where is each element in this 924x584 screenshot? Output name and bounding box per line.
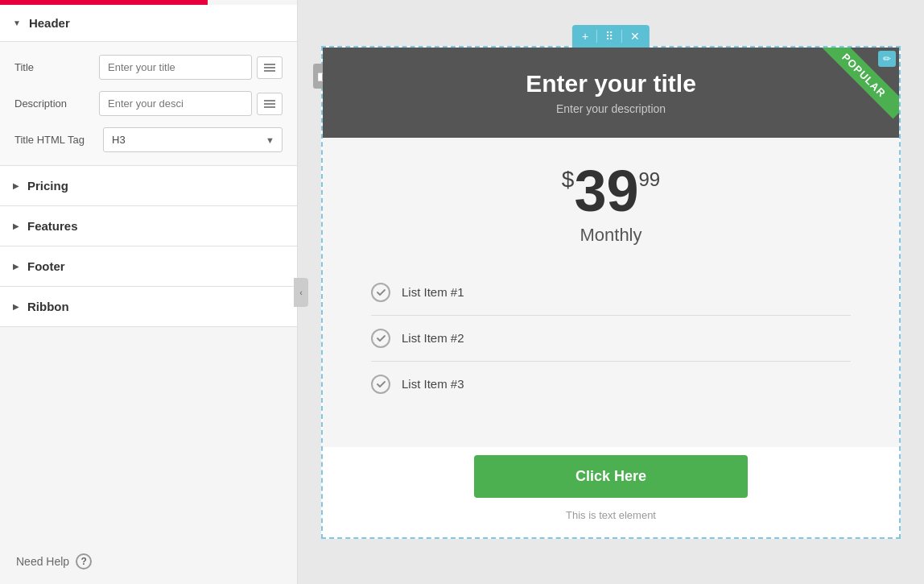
- close-element-button[interactable]: ✕: [627, 28, 643, 44]
- header-section-toggle[interactable]: ▼ Header: [0, 5, 297, 42]
- cta-button[interactable]: Click Here: [474, 455, 748, 498]
- feature-item-3: List Item #3: [371, 362, 851, 407]
- header-arrow-icon: ▼: [13, 19, 21, 27]
- features-section-label: Features: [27, 219, 78, 233]
- card-title: Enter your title: [339, 70, 883, 97]
- description-input[interactable]: [99, 91, 252, 116]
- pricing-arrow-icon: ▶: [13, 181, 19, 190]
- price-currency-symbol: $: [562, 168, 575, 191]
- title-field-row: Title: [14, 55, 283, 80]
- svg-rect-5: [264, 106, 275, 108]
- check-icon-1: [371, 283, 390, 302]
- price-period: Monthly: [355, 225, 867, 246]
- pricing-section-toggle[interactable]: ▶ Pricing: [0, 166, 297, 206]
- features-arrow-icon: ▶: [13, 222, 19, 230]
- feature-label-1: List Item #1: [402, 285, 464, 299]
- ribbon-edit-button[interactable]: ✏: [878, 51, 896, 67]
- need-help-section: Need Help ?: [0, 539, 297, 584]
- cta-footer-text: This is text element: [355, 509, 867, 521]
- svg-rect-4: [264, 103, 275, 105]
- need-help-label: Need Help: [16, 555, 69, 568]
- help-icon[interactable]: ?: [76, 553, 92, 570]
- description-input-wrap: [99, 91, 283, 116]
- title-html-tag-select-wrap: H1 H2 H3 H4 H5 H6 ▼: [103, 127, 283, 152]
- svg-rect-0: [264, 64, 275, 65]
- description-field-label: Description: [14, 97, 99, 110]
- price-wrap: $ 39 99: [355, 162, 867, 220]
- features-section-toggle[interactable]: ▶ Features: [0, 206, 297, 246]
- title-html-tag-row: Title HTML Tag H1 H2 H3 H4 H5 H6 ▼: [14, 127, 283, 152]
- right-panel: + ⠿ ✕ ◧ Enter your title Enter your desc…: [298, 0, 924, 584]
- feature-label-2: List Item #2: [402, 331, 464, 345]
- title-icon-btn[interactable]: [257, 56, 283, 79]
- header-section-content: Title Description Title HTML Tag: [0, 42, 297, 166]
- footer-arrow-icon: ▶: [13, 262, 19, 271]
- svg-rect-1: [264, 67, 275, 68]
- description-field-row: Description: [14, 91, 283, 116]
- check-icon-3: [371, 375, 390, 394]
- title-html-tag-wrap: H1 H2 H3 H4 H5 H6 ▼: [103, 127, 283, 152]
- footer-section-toggle[interactable]: ▶ Footer: [0, 246, 297, 287]
- title-input-wrap: [99, 55, 283, 80]
- title-html-tag-select[interactable]: H1 H2 H3 H4 H5 H6: [103, 127, 283, 152]
- title-input[interactable]: [99, 55, 252, 80]
- feature-item-2: List Item #2: [371, 316, 851, 362]
- title-field-label: Title: [14, 61, 99, 73]
- features-list: List Item #1 List Item #2 List Item #3: [371, 270, 851, 407]
- pricing-section-label: Pricing: [27, 179, 68, 193]
- header-section-label: Header: [29, 16, 70, 30]
- card-header: Enter your title Enter your description …: [323, 48, 899, 138]
- check-icon-2: [371, 329, 390, 348]
- title-html-tag-label: Title HTML Tag: [14, 134, 103, 146]
- footer-section-label: Footer: [27, 259, 65, 273]
- card-body: $ 39 99 Monthly List Item #1: [323, 138, 899, 447]
- ribbon-section-label: Ribbon: [27, 300, 69, 313]
- widget-container: + ⠿ ✕ ◧ Enter your title Enter your desc…: [321, 46, 901, 539]
- move-element-button[interactable]: ⠿: [602, 28, 617, 44]
- description-icon-btn[interactable]: [257, 93, 283, 115]
- panel-collapse-handle[interactable]: ‹: [294, 278, 308, 307]
- feature-label-3: List Item #3: [402, 377, 464, 391]
- price-section: $ 39 99 Monthly: [355, 162, 867, 246]
- ribbon-section-toggle[interactable]: ▶ Ribbon: [0, 287, 297, 327]
- left-panel: ▼ Header Title Description: [0, 0, 298, 584]
- cta-section: Click Here This is text element: [323, 447, 899, 537]
- price-cents: 99: [638, 170, 660, 189]
- svg-rect-3: [264, 100, 275, 101]
- feature-item-1: List Item #1: [371, 270, 851, 316]
- add-element-button[interactable]: +: [579, 28, 592, 44]
- price-amount: 39: [574, 162, 638, 220]
- toolbar-divider-2: [621, 30, 622, 43]
- widget-toolbar: + ⠿ ✕: [572, 25, 650, 48]
- toolbar-divider: [596, 30, 597, 43]
- svg-rect-2: [264, 70, 275, 72]
- card-description: Enter your description: [339, 102, 883, 115]
- ribbon-arrow-icon: ▶: [13, 302, 19, 311]
